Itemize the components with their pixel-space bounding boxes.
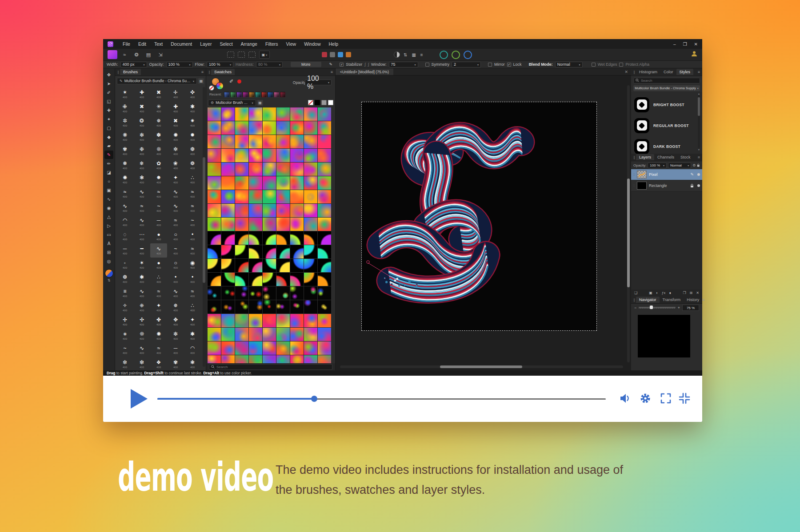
brush-item[interactable]: ∗400 <box>116 329 133 343</box>
swatch-thumbnail[interactable] <box>263 259 276 272</box>
swatch-thumbnail[interactable] <box>208 273 221 286</box>
tab-transform[interactable]: Transform <box>660 297 684 303</box>
brush-item[interactable]: ≈400 <box>150 286 167 300</box>
layer-opacity-input[interactable]: 100 %▾ <box>648 163 667 168</box>
panel-grip[interactable]: ∥ <box>633 70 635 74</box>
swatch-thumbnail[interactable] <box>304 314 317 327</box>
brush-item[interactable]: ✼400 <box>167 144 184 158</box>
brush-item[interactable]: ✦400 <box>150 300 167 314</box>
brush-item[interactable]: ○400 <box>167 229 184 243</box>
tab-histogram[interactable]: Histogram <box>636 69 660 75</box>
link-layers-icon[interactable]: ❏ <box>634 291 637 295</box>
swatch-thumbnail[interactable] <box>263 300 276 314</box>
tab-layers[interactable]: Layers <box>636 154 654 160</box>
swatch-thumbnail[interactable] <box>290 273 304 286</box>
swatch-thumbnail[interactable] <box>290 286 304 300</box>
swatch-thumbnail[interactable] <box>318 245 331 258</box>
swatch-thumbnail[interactable] <box>318 314 331 327</box>
gradient-tool[interactable]: ▰ <box>104 142 113 150</box>
symmetry-input[interactable]: 2▾ <box>452 62 481 67</box>
wet-edges-checkbox[interactable] <box>592 63 596 67</box>
swatch-thumbnail[interactable] <box>263 107 276 121</box>
swatch-thumbnail[interactable] <box>249 341 262 355</box>
layer-blend-select[interactable]: Normal▾ <box>668 163 691 168</box>
panel-grip[interactable]: ∥ <box>117 70 119 74</box>
swatch-thumbnail[interactable] <box>221 328 235 341</box>
brush-item[interactable]: ✖400 <box>150 87 167 101</box>
add-layer-icon[interactable]: ⊞ <box>690 291 693 295</box>
contrast-icon[interactable] <box>394 52 400 58</box>
swatch-thumbnail[interactable] <box>235 328 248 341</box>
brush-item[interactable]: •400 <box>184 229 201 243</box>
stabilizer-checkbox[interactable]: ✓ <box>340 63 344 67</box>
progress-bar[interactable] <box>157 398 606 400</box>
brush-item[interactable]: ✧400 <box>116 300 133 314</box>
swatch-thumbnail[interactable] <box>208 231 221 245</box>
swatch-thumbnail[interactable] <box>290 328 304 341</box>
brush-item[interactable]: ✚400 <box>167 101 184 115</box>
swatch-thumbnail[interactable] <box>318 107 331 121</box>
brush-item[interactable]: ≈400 <box>133 201 150 215</box>
swatch-thumbnail[interactable] <box>249 176 262 190</box>
no-fill-icon[interactable] <box>209 85 214 91</box>
brush-item[interactable]: ∿400 <box>167 286 184 300</box>
swatch-thumbnail[interactable] <box>276 149 290 162</box>
menu-view[interactable]: View <box>282 41 300 47</box>
brush-item[interactable]: ✾400 <box>116 144 133 158</box>
brush-item[interactable]: ✹400 <box>184 130 201 144</box>
canvas-viewport[interactable] <box>336 75 631 370</box>
export-persona[interactable]: ⇲ <box>156 50 165 59</box>
menu-layer[interactable]: Layer <box>196 41 216 47</box>
brush-item[interactable]: ∿400 <box>133 286 150 300</box>
swatch-thumbnail[interactable] <box>208 107 221 121</box>
mirror-checkbox[interactable] <box>488 63 492 67</box>
brush-item[interactable]: ❇400 <box>133 357 150 370</box>
swatch-thumbnail[interactable] <box>318 135 331 148</box>
swatch-thumbnail[interactable] <box>276 355 290 363</box>
swatch-thumbnail[interactable] <box>263 341 276 355</box>
swatch-thumbnail[interactable] <box>208 286 221 300</box>
swatch-thumbnail[interactable] <box>276 328 290 341</box>
swatch-thumbnail[interactable] <box>318 121 331 135</box>
canvas[interactable] <box>361 102 597 331</box>
exit-fullscreen-icon[interactable] <box>678 392 691 405</box>
swatch-thumbnail[interactable] <box>249 149 262 162</box>
brush-item[interactable]: ❊400 <box>133 329 150 343</box>
swatch-thumbnail[interactable] <box>249 204 262 217</box>
brush-item[interactable]: •400 <box>167 272 184 286</box>
swatch-thumbnail[interactable] <box>276 107 290 121</box>
tab-color[interactable]: Color <box>660 69 676 75</box>
brush-item[interactable]: ∿400 <box>133 343 150 357</box>
brush-item[interactable]: ≈400 <box>184 286 201 300</box>
swatch-thumbnail[interactable] <box>249 314 262 327</box>
swatch-thumbnail[interactable] <box>221 355 235 363</box>
swatch-thumbnail[interactable] <box>208 355 221 363</box>
swatch-thumbnail[interactable] <box>276 341 290 355</box>
none-swatch[interactable] <box>308 100 313 105</box>
tab-history[interactable]: History <box>684 297 702 303</box>
blemish-removal-tool[interactable]: ✚ <box>104 106 113 115</box>
swatch-thumbnail[interactable] <box>221 107 235 121</box>
flood-fill-tool[interactable]: ◆ <box>104 133 113 141</box>
swatch-thumbnail[interactable] <box>235 135 248 148</box>
brush-chip-icon[interactable] <box>346 52 351 57</box>
arrange-icon[interactable]: ≡ <box>420 52 423 57</box>
brush-item[interactable]: ∴400 <box>150 272 167 286</box>
panel-grip[interactable]: ∥ <box>633 298 635 302</box>
horizontal-scrollbar[interactable] <box>340 365 623 368</box>
sync-icon[interactable] <box>440 51 448 59</box>
swatch-thumbnail[interactable] <box>318 328 331 341</box>
swatch-thumbnail[interactable] <box>290 176 304 190</box>
brush-item[interactable]: ❋400 <box>116 130 133 144</box>
brush-item[interactable]: ❀400 <box>167 158 184 172</box>
develop-persona[interactable]: ❂ <box>132 50 141 59</box>
swatch-thumbnail[interactable] <box>235 245 248 258</box>
visibility-dot[interactable] <box>697 173 700 176</box>
blur-tool[interactable]: ◉ <box>104 204 113 212</box>
swatch-thumbnail[interactable] <box>221 273 235 286</box>
brush-item[interactable]: ✻400 <box>167 329 184 343</box>
lock-checkbox[interactable]: ✓ <box>507 63 511 67</box>
swatch-thumbnail[interactable] <box>208 328 221 341</box>
swatch-thumbnail[interactable] <box>208 135 221 148</box>
tab-channels[interactable]: Channels <box>654 154 677 160</box>
